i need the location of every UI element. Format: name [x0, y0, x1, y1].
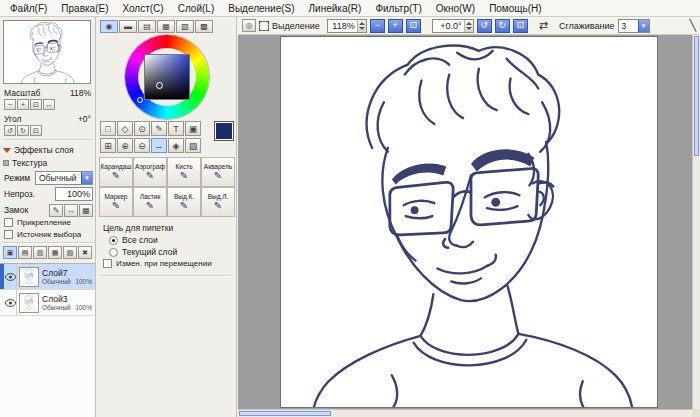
- layer-row-layer7[interactable]: Слой7 Обычный 100%: [0, 264, 95, 290]
- opacity-field[interactable]: 100%: [55, 187, 93, 201]
- brush-eraser[interactable]: Ластик ✎: [133, 187, 167, 217]
- brush-selpen[interactable]: Выд.К. ✎: [167, 187, 201, 217]
- canvas-angle-field[interactable]: +0.0°: [432, 19, 474, 33]
- menu-canvas[interactable]: Холст(C): [115, 2, 170, 15]
- rect-select-tool[interactable]: □: [100, 121, 116, 136]
- horizontal-scroll-thumb[interactable]: [239, 411, 331, 416]
- keep-on-move-option[interactable]: Измен. при перемещении: [103, 259, 212, 268]
- layer-visibility-toggle[interactable]: [4, 290, 17, 315]
- blend-mode-dropdown[interactable]: Обычный ▼: [35, 171, 93, 185]
- menu-selection[interactable]: Выделение(S): [221, 2, 301, 15]
- current-layer-radio[interactable]: [109, 248, 118, 257]
- canvas-zoom-in-button[interactable]: +: [388, 19, 403, 33]
- picker-current-layer-option[interactable]: Текущий слой: [109, 247, 177, 257]
- text-tool[interactable]: T: [168, 121, 184, 136]
- sv-cursor[interactable]: [156, 82, 163, 89]
- color-mixer-tab[interactable]: ▦: [157, 20, 175, 33]
- dropdown-caret-icon[interactable]: ▼: [638, 20, 649, 32]
- menu-filter[interactable]: Фильтр(T): [368, 2, 428, 15]
- rgb-slider-tab[interactable]: ▬: [119, 20, 137, 33]
- layer-visibility-toggle[interactable]: [4, 264, 17, 289]
- grid-tool[interactable]: ⊞: [100, 138, 116, 153]
- smoothing-dropdown[interactable]: 3 ▼: [618, 19, 650, 33]
- zoom-in-tool[interactable]: ⊕: [117, 138, 133, 153]
- current-color-swatch[interactable]: [214, 121, 234, 141]
- clear-layer-button[interactable]: ▧: [63, 246, 77, 259]
- brush-seleraser[interactable]: Выд.Л. ✎: [201, 187, 235, 217]
- rotate-canvas-tool[interactable]: ◈: [168, 138, 184, 153]
- eyedropper-tool[interactable]: ✎: [151, 121, 167, 136]
- transfer-layer-button[interactable]: ▥: [33, 246, 47, 259]
- move-tool[interactable]: ▣: [185, 121, 201, 136]
- vertical-scroll-thumb[interactable]: [694, 36, 699, 156]
- all-layers-radio[interactable]: [109, 236, 118, 245]
- stroke-style-icon[interactable]: ╲: [689, 20, 696, 31]
- picker-all-layers-option[interactable]: Все слои: [109, 235, 158, 245]
- menu-ruler[interactable]: Линейка(R): [302, 2, 369, 15]
- rotate-cw-button[interactable]: ↻: [17, 125, 29, 136]
- lock-move-icon[interactable]: ↔: [64, 204, 78, 217]
- navigator-zoom-row: Масштаб 118%: [4, 87, 93, 99]
- color-wheel[interactable]: [125, 35, 209, 119]
- new-layer-button[interactable]: ▣: [3, 246, 17, 259]
- brush-airbrush[interactable]: Аэрограф ✎: [133, 157, 167, 187]
- zoom-out-tool[interactable]: ⊖: [134, 138, 150, 153]
- layer-row-layer3[interactable]: Слой3 Обычный 100%: [0, 290, 95, 316]
- zoom-spinner[interactable]: [357, 20, 366, 32]
- keep-on-move-checkbox[interactable]: [103, 259, 112, 268]
- dropdown-caret-icon[interactable]: ▼: [81, 172, 92, 184]
- saturation-value-square[interactable]: [144, 54, 190, 100]
- new-folder-button[interactable]: ▤: [18, 246, 32, 259]
- menu-file[interactable]: Файл(F): [3, 2, 54, 15]
- swatches-tab[interactable]: ▧: [176, 20, 194, 33]
- navigate-button[interactable]: ◎: [242, 19, 256, 32]
- canvas-rotate-ccw-button[interactable]: ↺: [477, 19, 492, 33]
- zoom-out-button[interactable]: −: [4, 99, 16, 110]
- clipping-group-option[interactable]: Прикрепление: [4, 218, 71, 227]
- layer-list: Слой7 Обычный 100% Слой3: [0, 263, 95, 417]
- canvas-viewport[interactable]: [238, 35, 692, 409]
- navigator-preview[interactable]: [3, 20, 91, 84]
- brush-watercolor[interactable]: Акварель ✎: [201, 157, 235, 187]
- canvas-zoom-field[interactable]: 118%: [327, 19, 367, 33]
- drawing-canvas[interactable]: [280, 36, 658, 408]
- scratchpad-tab[interactable]: ▩: [195, 20, 213, 33]
- rotate-ccw-button[interactable]: ↺: [4, 125, 16, 136]
- magic-wand-tool[interactable]: ⊙: [134, 121, 150, 136]
- brush-brush[interactable]: Кисть ✎: [167, 157, 201, 187]
- layer-opacity: 100%: [75, 304, 92, 311]
- delete-layer-button[interactable]: ✖: [78, 246, 92, 259]
- menu-layer[interactable]: Слой(L): [171, 2, 222, 15]
- canvas-zoom-out-button[interactable]: −: [370, 19, 385, 33]
- selection-source-checkbox[interactable]: [4, 230, 13, 239]
- menu-window[interactable]: Окно(W): [429, 2, 482, 15]
- flip-horizontal-icon[interactable]: ⇄: [539, 20, 548, 31]
- selection-source-option[interactable]: Источник выбора: [4, 230, 81, 239]
- lock-pen-icon[interactable]: ✎: [49, 204, 63, 217]
- canvas-zoom-reset-button[interactable]: ⊡: [406, 19, 421, 33]
- canvas-rotate-reset-button[interactable]: ⊡: [513, 19, 528, 33]
- color-wheel-tab[interactable]: ◉: [100, 20, 118, 33]
- lasso-tool[interactable]: ◇: [117, 121, 133, 136]
- lock-alpha-icon[interactable]: ▦: [79, 204, 93, 217]
- horizontal-scrollbar[interactable]: [238, 409, 692, 417]
- zoom-reset-button[interactable]: ⊡: [30, 99, 42, 110]
- special-tool[interactable]: ▨: [185, 138, 201, 153]
- merge-layer-button[interactable]: ▦: [48, 246, 62, 259]
- texture-header[interactable]: Текстура: [3, 157, 93, 169]
- menu-help[interactable]: Помощь(H): [482, 2, 549, 15]
- brush-marker[interactable]: Маркер ✎: [99, 187, 133, 217]
- vertical-scrollbar[interactable]: [692, 35, 700, 409]
- angle-spinner[interactable]: [464, 20, 473, 32]
- canvas-rotate-cw-button[interactable]: ↻: [495, 19, 510, 33]
- hue-cursor[interactable]: [137, 97, 143, 103]
- menu-edit[interactable]: Правка(E): [54, 2, 115, 15]
- zoom-in-button[interactable]: +: [17, 99, 29, 110]
- clipping-checkbox[interactable]: [4, 218, 13, 227]
- layer-effects-header[interactable]: Эффекты слоя: [3, 144, 93, 156]
- rotate-reset-button[interactable]: ⊡: [30, 125, 42, 136]
- zoom-fit-button[interactable]: ↔: [43, 99, 55, 110]
- hsv-slider-tab[interactable]: ▤: [138, 20, 156, 33]
- brush-pencil[interactable]: Карандаш ✎: [99, 157, 133, 187]
- hand-tool[interactable]: ↔: [151, 138, 167, 153]
